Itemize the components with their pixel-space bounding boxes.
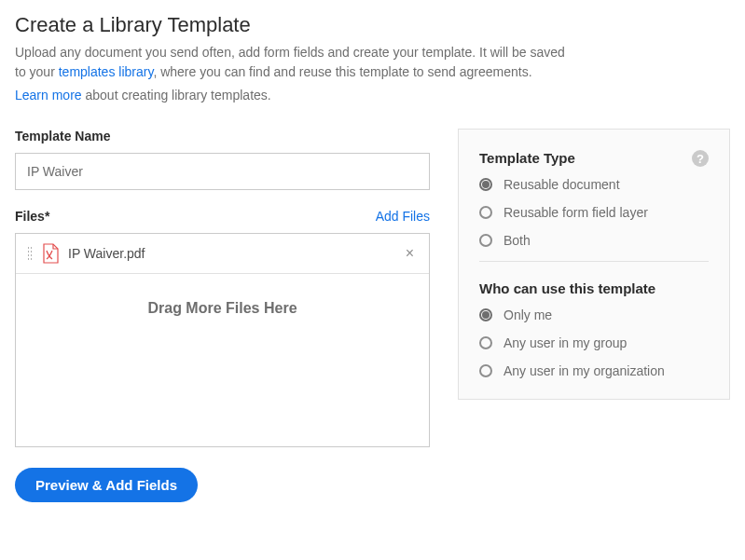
sub-suffix: , where you can find and reuse this temp… (153, 64, 531, 79)
template-type-title: Template Type (479, 150, 709, 166)
radio-label: Any user in my group (504, 335, 627, 350)
remove-file-icon[interactable]: × (402, 245, 418, 262)
radio-icon (479, 364, 492, 377)
radio-icon (479, 206, 492, 219)
pdf-icon (42, 243, 59, 264)
preview-add-fields-button[interactable]: Preview & Add Fields (15, 468, 198, 502)
radio-both[interactable]: Both (479, 233, 709, 248)
learn-more-line: Learn more about creating library templa… (15, 88, 730, 102)
drag-zone-text: Drag More Files Here (147, 300, 297, 317)
files-label: Files* (15, 209, 49, 224)
templates-library-link[interactable]: templates library (59, 64, 154, 79)
radio-icon (479, 308, 492, 321)
divider (479, 261, 709, 262)
radio-only-me[interactable]: Only me (479, 307, 709, 322)
template-name-input[interactable] (15, 153, 430, 190)
template-name-label: Template Name (15, 129, 430, 143)
file-row[interactable]: IP Waiver.pdf × (16, 234, 429, 274)
radio-icon (479, 234, 492, 247)
file-list: IP Waiver.pdf × Drag More Files Here (15, 233, 430, 447)
learn-more-link[interactable]: Learn more (15, 88, 82, 102)
radio-reusable-document[interactable]: Reusable document (479, 177, 709, 192)
learn-more-suffix: about creating library templates. (82, 88, 271, 102)
radio-label: Only me (504, 307, 552, 322)
add-files-link[interactable]: Add Files (376, 209, 430, 224)
radio-label: Both (504, 233, 531, 248)
permissions-title: Who can use this template (479, 280, 709, 296)
radio-any-user-group[interactable]: Any user in my group (479, 335, 709, 350)
radio-reusable-form-field-layer[interactable]: Reusable form field layer (479, 205, 709, 220)
radio-label: Any user in my organization (504, 363, 665, 378)
drag-files-zone[interactable]: Drag More Files Here (16, 274, 429, 446)
page-title: Create a Library Template (15, 13, 730, 37)
file-name: IP Waiver.pdf (68, 246, 393, 261)
side-panel: ? Template Type Reusable document Reusab… (458, 129, 730, 400)
drag-handle-icon[interactable] (27, 246, 33, 261)
page-subheading: Upload any document you send often, add … (15, 43, 574, 82)
help-icon[interactable]: ? (692, 150, 709, 167)
radio-icon (479, 178, 492, 191)
radio-label: Reusable document (504, 177, 620, 192)
radio-any-user-org[interactable]: Any user in my organization (479, 363, 709, 378)
radio-label: Reusable form field layer (504, 205, 648, 220)
radio-icon (479, 336, 492, 349)
